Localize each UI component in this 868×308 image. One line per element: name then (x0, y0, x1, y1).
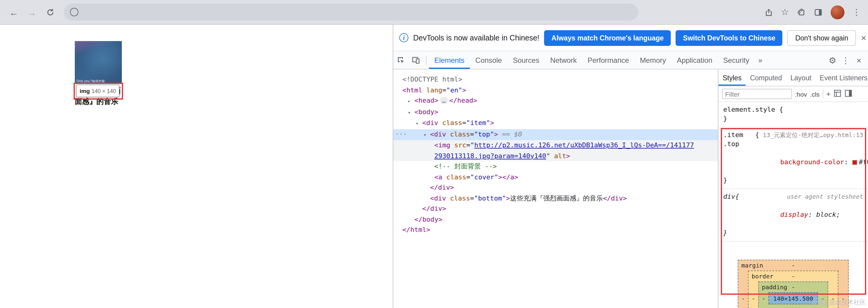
infobar-message: DevTools is now available in Chinese! (413, 33, 539, 42)
row-menu-icon[interactable]: ··· (395, 129, 407, 140)
refresh-icon[interactable] (42, 4, 58, 20)
dom-tree-row[interactable]: <html lang="en"> (393, 85, 718, 95)
disclosure-arrow-icon[interactable]: ▾ (424, 130, 430, 140)
styles-sidebar: Styles Computed Layout Event Listeners »… (718, 69, 868, 308)
code-token-punc: = (466, 173, 470, 181)
css-selector: div (723, 192, 735, 201)
code-token-attr: class (442, 173, 467, 181)
tab-console[interactable]: Console (470, 51, 507, 69)
disclosure-arrow-icon[interactable]: ▸ (408, 96, 414, 107)
code-token-punc: = (462, 119, 466, 127)
tab-styles[interactable]: Styles (718, 69, 746, 86)
code-token-attr: alt (550, 152, 566, 160)
tab-security[interactable]: Security (718, 51, 755, 69)
toolbar-separator (426, 56, 427, 65)
expand-inline-icon[interactable]: … (440, 97, 447, 104)
address-bar[interactable] (64, 4, 638, 21)
resource-link[interactable]: http://p2.music.126.net/uXbDB1aWsp36_I_l… (474, 141, 694, 149)
infobar-close-icon[interactable]: × (861, 33, 867, 43)
code-token-attr: class (446, 194, 470, 202)
css-rule-user-agent[interactable]: div { user agent stylesheet display: blo… (718, 189, 868, 242)
stylesheet-link[interactable]: 13_元素定位-绝对定…opy.html:13 (759, 131, 863, 140)
code-token-val: "bottom" (474, 194, 506, 202)
dom-tree-row[interactable]: ▾<div class="item"> (393, 118, 718, 129)
back-icon[interactable]: ← (6, 4, 22, 20)
switch-devtools-chinese-button[interactable]: Switch DevTools to Chinese (676, 30, 783, 46)
devtools-close-icon[interactable]: × (852, 55, 866, 65)
elements-tree: <!DOCTYPE html><html lang="en">▸<head>…<… (393, 69, 718, 308)
share-icon[interactable] (764, 7, 773, 17)
tab-computed[interactable]: Computed (746, 69, 786, 86)
inspect-element-icon[interactable] (393, 51, 408, 69)
code-token-tag: </body> (414, 215, 442, 223)
computed-sidebar-toggle-icon[interactable] (844, 88, 852, 99)
resource-link[interactable]: 2930113118.jpg?param=140y140 (434, 152, 546, 160)
code-token-tag: > (490, 119, 494, 127)
dom-tree-row[interactable]: </html> (393, 225, 718, 235)
tab-elements[interactable]: Elements (429, 51, 470, 69)
code-token-tag: > (494, 130, 498, 138)
dom-tree-row[interactable]: ▸<head>…</head> (393, 95, 718, 107)
dont-show-again-button[interactable]: Don't show again (787, 30, 856, 46)
code-token-attr: src (450, 141, 466, 149)
side-panel-icon[interactable] (814, 7, 823, 17)
tab-sources[interactable]: Sources (507, 51, 545, 69)
device-toolbar-icon[interactable] (408, 51, 424, 69)
css-property-value[interactable]: #f00 (859, 158, 868, 166)
toggle-element-state-button[interactable]: :hov (795, 90, 807, 97)
dom-tree-row[interactable]: <!DOCTYPE html> (393, 74, 718, 85)
element-classes-button[interactable]: .cls (810, 90, 820, 97)
dom-tree-row[interactable]: <!-- 封面背景 --> (393, 161, 718, 172)
code-token-tag: <a (434, 173, 442, 181)
css-selector[interactable]: .item .top (723, 131, 755, 148)
sidebar-tab-bar: Styles Computed Layout Event Listeners » (718, 69, 868, 86)
css-property-name[interactable]: background-color (780, 158, 844, 166)
new-style-rule-icon[interactable]: + (826, 90, 831, 98)
dom-tree-row[interactable]: ···▾<div class="top"> == $0 (393, 129, 718, 140)
dom-tree-row[interactable]: <img src="http://p2.music.126.net/uXbDB1… (393, 140, 718, 151)
color-swatch[interactable] (852, 160, 857, 165)
watermark: @稀土掘金技术社区 (811, 298, 866, 307)
code-token-tag: <html (402, 86, 422, 94)
element-style-section[interactable]: element.style { } (718, 102, 868, 128)
tab-memory[interactable]: Memory (634, 51, 672, 69)
dom-tree-row[interactable]: </div> (393, 183, 718, 193)
code-token-tag: <div (430, 130, 446, 138)
tab-event-listeners[interactable]: Event Listeners (815, 69, 868, 86)
styles-filter-input[interactable] (722, 89, 792, 99)
tooltip-tag-name: img (80, 88, 90, 94)
box-model-content[interactable]: 140×145.500 (769, 292, 818, 304)
code-token-punc: = (466, 141, 470, 149)
bookmark-star-icon[interactable]: ☆ (781, 7, 789, 18)
more-tabs-icon[interactable]: » (754, 51, 766, 69)
layers-icon[interactable] (834, 88, 841, 99)
devtools-menu-icon[interactable]: ⋮ (839, 55, 852, 65)
disclosure-arrow-icon[interactable]: ▾ (415, 118, 422, 129)
dom-tree-row[interactable]: </div> (393, 203, 718, 214)
album-image[interactable]: Only you,?如保护袋 (75, 41, 122, 84)
code-token-tag: </html> (402, 226, 430, 234)
forward-icon[interactable]: → (24, 4, 40, 20)
dom-tree-row[interactable]: <a class="cover"></a> (393, 172, 718, 183)
dom-tree-row[interactable]: <div class="bottom">这些充满『强烈画面感』的音乐</div> (393, 193, 718, 203)
css-selector[interactable]: element.style (723, 106, 775, 114)
browser-menu-icon[interactable]: ⋮ (852, 7, 861, 17)
disclosure-arrow-icon[interactable]: ▾ (408, 107, 414, 118)
dom-tree-row[interactable]: 2930113118.jpg?param=140y140" alt> (393, 151, 718, 161)
dom-tree-row[interactable]: ▾<body> (393, 107, 718, 118)
profile-avatar[interactable] (831, 5, 844, 19)
dom-tree-row[interactable]: </body> (393, 214, 718, 225)
devtools-infobar: i DevTools is now available in Chinese! … (393, 25, 868, 51)
extensions-puzzle-icon[interactable] (797, 7, 806, 17)
settings-gear-icon[interactable]: ⚙ (826, 55, 839, 65)
code-token-tag: <body> (414, 108, 438, 116)
site-info-icon[interactable] (70, 8, 79, 16)
tab-application[interactable]: Application (671, 51, 717, 69)
tab-layout[interactable]: Layout (786, 69, 815, 86)
screen: ← → ☆ ⋮ Only you,?如保护袋 画 (0, 0, 868, 308)
always-match-language-button[interactable]: Always match Chrome's language (544, 30, 671, 46)
info-icon: i (399, 33, 408, 42)
tab-network[interactable]: Network (545, 51, 582, 69)
css-rule-item-top[interactable]: .item .top { 13_元素定位-绝对定…opy.html:13 bac… (718, 128, 868, 189)
tab-performance[interactable]: Performance (582, 51, 634, 69)
